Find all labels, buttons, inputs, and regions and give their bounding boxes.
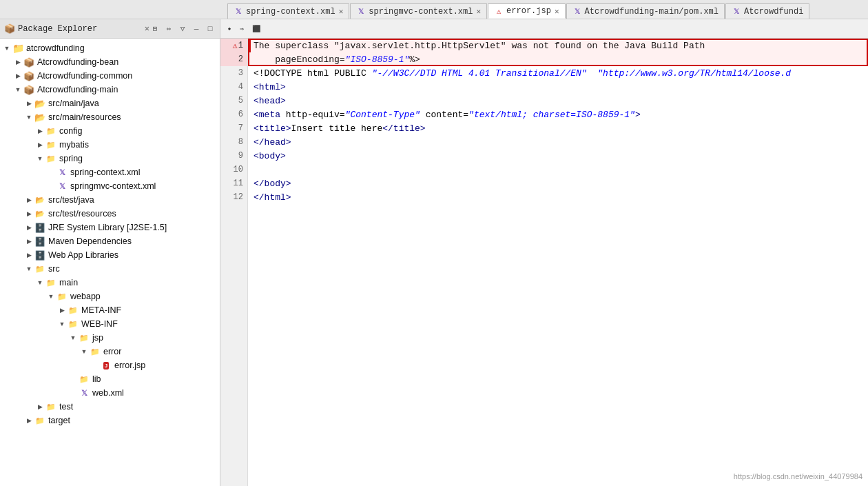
tree-toggle[interactable]: ▶ [25, 210, 33, 218]
code-line-4: <html> [248, 80, 868, 94]
tree-node-spring-context-xml[interactable]: 𝕏 spring-context.xml [0, 165, 220, 179]
tree-node-jsp[interactable]: ▼ 📁 jsp [0, 331, 220, 345]
code-line-9: <body> [248, 149, 868, 163]
code-line-11: </body> [248, 176, 868, 190]
tree-node-src-test-java[interactable]: ▶ 📂 src/test/java [0, 193, 220, 207]
tree-toggle[interactable]: ▶ [25, 237, 33, 245]
minimize-icon[interactable]: — [191, 23, 202, 34]
tree-node-error-folder[interactable]: ▼ 📁 error [0, 345, 220, 358]
tree-node-common[interactable]: ▶ 📦 Atcrowdfunding-common [0, 69, 220, 83]
tree-label: error.jsp [114, 361, 145, 370]
tree-node-web-app-libs[interactable]: ▶ 🗄️ Web App Libraries [0, 248, 220, 262]
jar-icon: 🗄️ [34, 222, 45, 233]
tree-node-spring[interactable]: ▼ 📁 spring [0, 152, 220, 165]
tree-toggle[interactable]: ▼ [69, 334, 77, 342]
tree-node-web-xml[interactable]: 𝕏 web.xml [0, 386, 220, 400]
tree-node-meta-inf[interactable]: ▶ 📁 META-INF [0, 303, 220, 317]
code-line-2: pageEncoding="ISO-8859-1"%> [248, 52, 868, 66]
tree-toggle[interactable]: ▼ [36, 154, 44, 163]
link-with-editor-icon[interactable]: ⇔ [163, 23, 174, 34]
watermark: https://blog.csdn.net/weixin_44079984 [734, 472, 862, 480]
tab-atcrowdfunding2[interactable]: 𝕏 Atcrowdfundi [725, 3, 809, 19]
tab-close-icon[interactable]: ✕ [476, 7, 481, 16]
src-folder-icon: 📂 [34, 112, 45, 123]
folder-icon: 📁 [45, 125, 56, 136]
tree-node-config[interactable]: ▶ 📁 config [0, 124, 220, 138]
tree-toggle[interactable]: ▶ [36, 127, 44, 135]
tree-label: META-INF [81, 305, 121, 315]
tree-toggle[interactable]: ▼ [25, 265, 33, 273]
tree-node-atcrowdfunding[interactable]: ▼ 📁 atcrowdfunding [0, 41, 220, 55]
editor-content: ⚠1 2 3 4 5 6 7 8 9 10 11 12 [220, 39, 868, 486]
tree-node-maven-deps[interactable]: ▶ 🗄️ Maven Dependencies [0, 234, 220, 248]
tree-toggle[interactable]: ▶ [25, 196, 33, 204]
tree-node-target[interactable]: ▶ 📁 target [0, 414, 220, 427]
tree-node-main2[interactable]: ▼ 📁 main [0, 276, 220, 290]
tab-pom-xml[interactable]: 𝕏 Atcrowdfunding-main/pom.xml [566, 3, 725, 19]
tree-label: jsp [92, 333, 103, 343]
tree-toggle[interactable]: ▶ [36, 403, 44, 411]
tree-toggle[interactable]: ▼ [25, 113, 33, 121]
panel-title: Package Explorer [18, 24, 141, 34]
tree-label: WEB-INF [81, 319, 118, 329]
tree-toggle[interactable]: ▶ [25, 416, 33, 425]
tab-springmvc-context[interactable]: 𝕏 springmvc-context.xml ✕ [350, 3, 487, 19]
tree-toggle[interactable]: ▶ [25, 223, 33, 232]
tree-toggle[interactable]: ▶ [36, 141, 44, 149]
line-number-12: 12 [220, 190, 247, 204]
tree-node-web-inf[interactable]: ▼ 📁 WEB-INF [0, 317, 220, 331]
toolbar-btn-2[interactable]: ⇒ [237, 23, 247, 34]
line-number-6: 6 [220, 108, 247, 121]
tree-label: webapp [70, 292, 101, 301]
toolbar-btn-1[interactable]: ⬥ [225, 23, 234, 34]
tree-toggle[interactable]: ▼ [47, 292, 55, 301]
tab-spring-context[interactable]: 𝕏 spring-context.xml ✕ [227, 3, 349, 19]
tree-node-src-main-java[interactable]: ▶ 📂 src/main/java [0, 97, 220, 110]
tree-toggle[interactable]: ▶ [25, 251, 33, 259]
code-line-12: </html> [248, 190, 868, 204]
panel-close-icon[interactable]: ✕ [145, 23, 149, 34]
tab-close-icon[interactable]: ✕ [339, 7, 344, 16]
tab-close-icon[interactable]: ✕ [555, 7, 559, 16]
tree-toggle[interactable]: ▼ [80, 347, 88, 356]
tree-toggle[interactable]: ▶ [58, 306, 66, 314]
error-marker-icon: ⚠ [233, 41, 238, 51]
tree-toggle[interactable]: ▼ [58, 320, 66, 328]
panel-menu-icon[interactable]: ▽ [177, 23, 188, 34]
collapse-all-icon[interactable]: ⊟ [149, 23, 161, 34]
line-number-8: 8 [220, 135, 247, 149]
tab-error-jsp[interactable]: ⚠ error.jsp ✕ [488, 3, 565, 19]
tree-node-error-jsp-file[interactable]: J error.jsp [0, 358, 220, 372]
code-text-area[interactable]: The superclass "javax.servlet.http.HttpS… [248, 39, 868, 486]
tree-node-mybatis[interactable]: ▶ 📁 mybatis [0, 138, 220, 152]
sub-project-icon: 📦 [23, 70, 34, 81]
tree-node-bean[interactable]: ▶ 📦 Atcrowdfunding-bean [0, 55, 220, 69]
tree-toggle[interactable]: ▶ [14, 72, 22, 80]
toolbar-btn-3[interactable]: ⬛ [249, 23, 263, 34]
tree-node-src[interactable]: ▼ 📁 src [0, 262, 220, 276]
tree-toggle [69, 389, 77, 397]
tree-node-main[interactable]: ▼ 📦 Atcrowdfunding-main [0, 83, 220, 97]
tree-node-webapp[interactable]: ▼ 📁 webapp [0, 290, 220, 303]
src-folder-icon: 📂 [34, 208, 45, 219]
tree-node-src-test-resources[interactable]: ▶ 📂 src/test/resources [0, 207, 220, 221]
tree-toggle[interactable]: ▼ [3, 44, 11, 52]
panel-toolbar: ⊟ ⇔ ▽ — □ [149, 23, 216, 34]
tree-node-springmvc-context-xml[interactable]: 𝕏 springmvc-context.xml [0, 179, 220, 193]
tree-node-test[interactable]: ▶ 📁 test [0, 400, 220, 414]
maximize-icon[interactable]: □ [205, 23, 216, 34]
tree-toggle[interactable]: ▼ [36, 279, 44, 287]
folder-icon: 📁 [34, 415, 45, 426]
tree-node-lib[interactable]: 📁 lib [0, 372, 220, 386]
src-folder-icon: 📂 [34, 194, 45, 205]
tree-label: src/main/java [48, 99, 99, 108]
tree-node-jre-system[interactable]: ▶ 🗄️ JRE System Library [J2SE-1.5] [0, 221, 220, 234]
xml-icon: 𝕏 [572, 7, 582, 17]
line-numbers: ⚠1 2 3 4 5 6 7 8 9 10 11 12 [220, 39, 248, 486]
tree-toggle[interactable]: ▼ [14, 85, 22, 94]
tree-node-src-main-resources[interactable]: ▼ 📂 src/main/resources [0, 110, 220, 124]
line-number-11: 11 [220, 176, 247, 190]
tree-toggle[interactable]: ▶ [25, 99, 33, 108]
line-number-5: 5 [220, 94, 247, 108]
tree-toggle[interactable]: ▶ [14, 58, 22, 66]
